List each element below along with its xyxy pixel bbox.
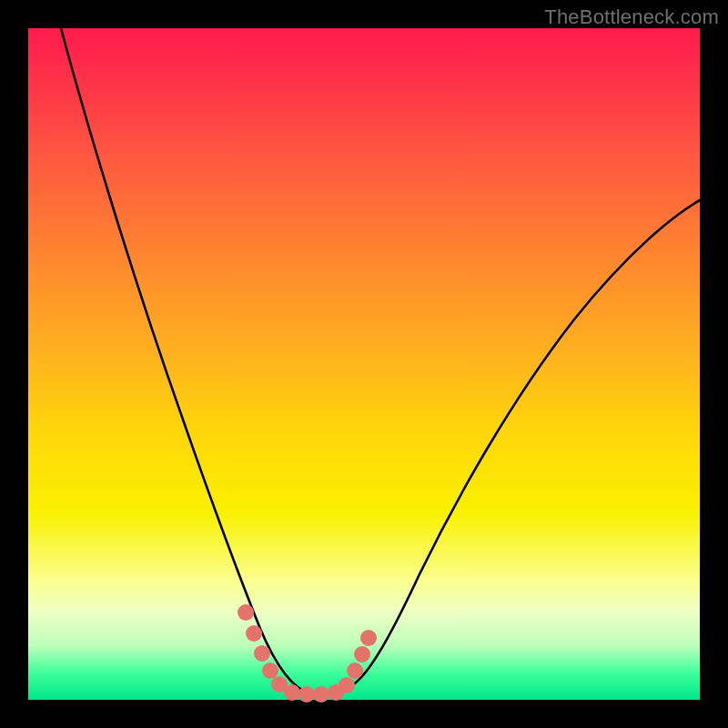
- svg-point-7: [313, 686, 329, 703]
- chart-svg: [28, 28, 700, 700]
- svg-point-3: [262, 662, 278, 679]
- svg-point-1: [246, 625, 262, 642]
- svg-point-5: [284, 684, 300, 701]
- watermark-text: TheBottleneck.com: [544, 5, 719, 29]
- bottleneck-curve: [61, 28, 700, 695]
- svg-point-12: [360, 630, 377, 646]
- svg-point-9: [339, 677, 355, 693]
- optimal-range-dots: [238, 604, 377, 703]
- chart-plot-area: [28, 28, 700, 700]
- svg-point-11: [354, 646, 370, 662]
- svg-point-0: [238, 604, 254, 621]
- svg-point-10: [347, 662, 363, 679]
- svg-point-6: [298, 686, 315, 703]
- chart-frame: TheBottleneck.com: [0, 0, 728, 728]
- svg-point-2: [254, 645, 270, 662]
